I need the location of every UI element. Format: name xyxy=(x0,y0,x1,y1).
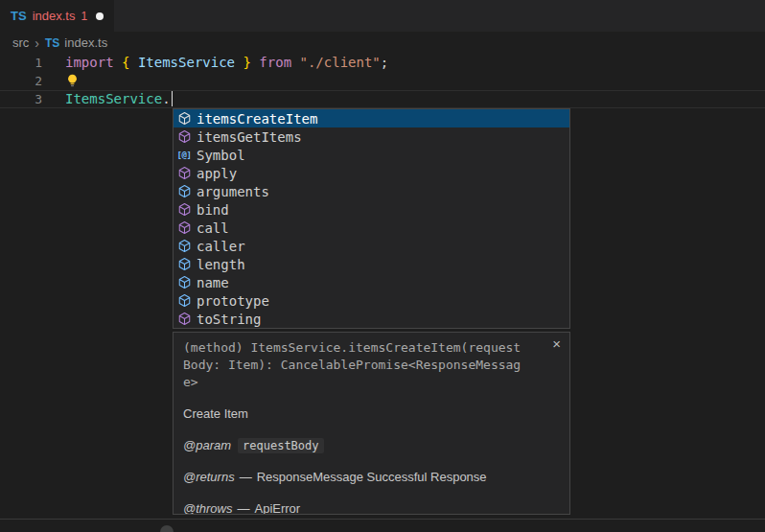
symbol-method-icon xyxy=(176,202,192,218)
symbol-method-icon xyxy=(176,166,192,181)
line-number-gutter: 123 xyxy=(0,54,42,108)
suggest-item-label: length xyxy=(197,257,245,272)
suggest-item-label: caller xyxy=(197,239,245,254)
code-token: "./client" xyxy=(300,55,381,70)
panel-divider xyxy=(0,519,765,520)
suggest-item-prototype[interactable]: prototype xyxy=(174,291,569,310)
suggest-item-label: apply xyxy=(197,166,237,181)
doc-tag-name: @returns xyxy=(183,470,235,484)
tab-bar: TS index.ts 1 xyxy=(0,0,765,32)
doc-tags: @paramrequestBody@returns—ResponseMessag… xyxy=(183,438,560,515)
symbol-method-icon xyxy=(176,312,192,327)
suggest-item-label: name xyxy=(197,275,229,290)
dash-separator: — xyxy=(238,501,250,515)
vscode-editor-window: TS index.ts 1 src › TS index.ts 123 impo… xyxy=(0,0,765,532)
doc-tag: @throws—ApiError xyxy=(183,501,560,515)
doc-tag: @returns—ResponseMessage Successful Resp… xyxy=(183,470,560,484)
suggest-item-length[interactable]: length xyxy=(174,255,569,273)
suggest-item-label: call xyxy=(197,220,229,236)
typescript-file-icon: TS xyxy=(11,9,27,23)
suggest-item-label: prototype xyxy=(197,293,269,309)
suggest-item-bind[interactable]: bind xyxy=(174,200,569,219)
dash-separator: — xyxy=(240,470,252,484)
method-signature: (method) ItemsService.itemsCreateItem(re… xyxy=(183,339,521,391)
line-number: 1 xyxy=(0,54,42,72)
suggest-item-label: Symbol xyxy=(197,148,245,163)
chevron-right-icon: › xyxy=(35,35,39,51)
symbol-field-icon xyxy=(176,257,192,272)
code-area[interactable]: import { ItemsService } from "./client";… xyxy=(65,54,388,108)
doc-tag-name: @param xyxy=(183,438,231,452)
suggest-item-call[interactable]: call xyxy=(174,219,569,237)
typescript-file-icon: TS xyxy=(45,36,59,50)
suggest-item-label: itemsGetItems xyxy=(197,129,302,145)
modified-dot-icon[interactable] xyxy=(96,12,104,20)
code-line[interactable]: ItemsService. xyxy=(65,90,388,108)
symbol-field-icon xyxy=(176,275,192,290)
code-token: ItemsService xyxy=(138,55,235,70)
doc-tag-text: ResponseMessage Successful Response xyxy=(257,470,487,484)
doc-tag-text: ApiError xyxy=(255,501,301,515)
suggest-item-label: bind xyxy=(197,202,229,218)
line-number: 2 xyxy=(0,72,42,90)
inline-code-chip: requestBody xyxy=(238,438,323,453)
code-token: import xyxy=(65,55,114,70)
code-token: } xyxy=(243,55,250,70)
breadcrumb: src › TS index.ts xyxy=(0,32,765,54)
tab-error-count-badge: 1 xyxy=(81,10,87,23)
suggest-widget: itemsCreateItemitemsGetItems[@]Symbolapp… xyxy=(173,108,570,329)
suggest-item-name[interactable]: name xyxy=(174,273,569,291)
suggest-item-Symbol[interactable]: [@]Symbol xyxy=(174,146,569,164)
code-token: ; xyxy=(381,55,388,70)
symbol-method-icon xyxy=(176,111,192,127)
code-line[interactable] xyxy=(65,72,388,90)
doc-summary: Create Item xyxy=(183,406,560,421)
doc-tag-name: @throws xyxy=(183,501,233,515)
text-cursor xyxy=(172,91,174,106)
code-token xyxy=(291,55,299,70)
suggest-item-arguments[interactable]: arguments xyxy=(174,182,569,200)
code-token xyxy=(129,55,137,70)
tab-index-ts[interactable]: TS index.ts 1 xyxy=(0,0,114,32)
code-token xyxy=(114,55,122,70)
breadcrumb-folder-src[interactable]: src xyxy=(12,35,29,50)
symbol-field-icon xyxy=(176,293,192,309)
suggest-docs-panel: × (method) ItemsService.itemsCreateItem(… xyxy=(173,332,570,515)
close-icon[interactable]: × xyxy=(552,336,561,351)
suggest-item-label: toString xyxy=(197,312,261,327)
suggest-item-toString[interactable]: toString xyxy=(174,310,569,328)
doc-tag: @paramrequestBody xyxy=(183,438,560,452)
lightbulb-icon[interactable] xyxy=(66,74,79,88)
symbol-method-icon xyxy=(176,129,192,145)
symbol-field-icon xyxy=(176,239,192,254)
symbol-property-icon: [@] xyxy=(176,148,192,163)
line-number: 3 xyxy=(0,90,42,108)
suggest-item-apply[interactable]: apply xyxy=(174,164,569,182)
suggest-item-itemsGetItems[interactable]: itemsGetItems xyxy=(174,127,569,146)
breadcrumb-file-index-ts[interactable]: index.ts xyxy=(64,35,107,50)
suggest-item-label: itemsCreateItem xyxy=(197,111,317,127)
bottom-round-widget xyxy=(160,525,174,532)
code-token: . xyxy=(162,91,170,106)
suggest-item-caller[interactable]: caller xyxy=(174,237,569,255)
code-line[interactable]: import { ItemsService } from "./client"; xyxy=(65,54,388,72)
code-token: ItemsService xyxy=(65,91,162,106)
suggest-item-label: arguments xyxy=(197,184,269,199)
code-token: from xyxy=(259,55,291,70)
suggest-list: itemsCreateItemitemsGetItems[@]Symbolapp… xyxy=(174,109,569,328)
suggest-item-itemsCreateItem[interactable]: itemsCreateItem xyxy=(174,109,569,127)
symbol-method-icon xyxy=(176,220,192,236)
tab-file-name: index.ts xyxy=(33,9,76,23)
symbol-field-icon xyxy=(176,184,192,199)
